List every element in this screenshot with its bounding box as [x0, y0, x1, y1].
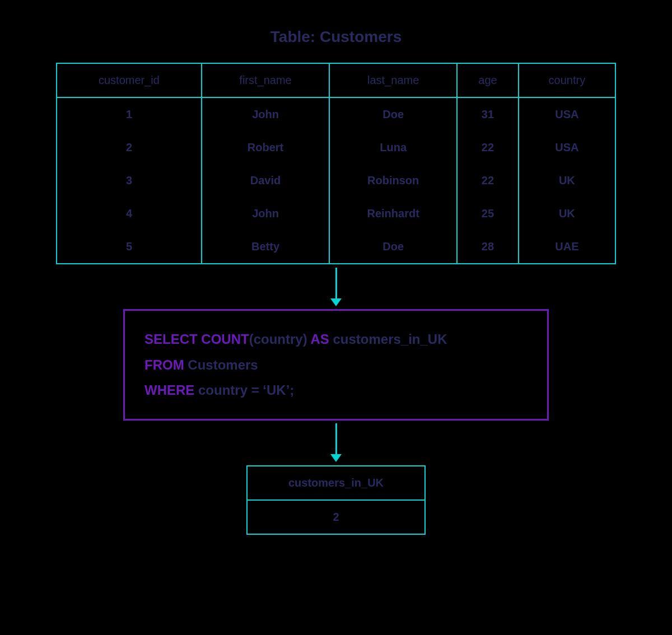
table-row: 1JohnDoe31USA [57, 97, 615, 131]
table-cell: Doe [329, 97, 457, 131]
table-cell: John [202, 97, 329, 131]
table-body: 1JohnDoe31USA2RobertLuna22USA3DavidRobin… [57, 97, 615, 264]
table-cell: 4 [57, 197, 202, 230]
table-cell: 28 [457, 230, 519, 264]
sql-line-1: SELECT COUNT(country) AS customers_in_UK [144, 326, 528, 352]
table-cell: David [202, 164, 329, 197]
arrow-down-icon [330, 264, 342, 309]
table-cell: UK [519, 197, 615, 230]
sql-text: customers_in_UK [329, 331, 447, 347]
table-cell: Robinson [329, 164, 457, 197]
table-row: 2RobertLuna22USA [57, 131, 615, 164]
sql-query-box: SELECT COUNT(country) AS customers_in_UK… [123, 309, 549, 421]
sql-text: Customers [184, 357, 258, 372]
table-row: 3DavidRobinson22UK [57, 164, 615, 197]
table-cell: Betty [202, 230, 329, 264]
arrow-down-icon [330, 421, 342, 465]
sql-text: country = ‘UK’; [194, 382, 294, 398]
sql-keyword: FROM [144, 357, 184, 372]
result-value: 2 [247, 500, 425, 534]
diagram-title: Table: Customers [270, 28, 402, 46]
table-cell: 22 [457, 164, 519, 197]
table-header-cell: country [519, 63, 615, 97]
table-cell: 25 [457, 197, 519, 230]
table-cell: 22 [457, 131, 519, 164]
table-row: 4JohnReinhardt25UK [57, 197, 615, 230]
table-cell: UAE [519, 230, 615, 264]
table-header-cell: first_name [202, 63, 329, 97]
sql-line-3: WHERE country = ‘UK’; [144, 377, 528, 403]
table-cell: UK [519, 164, 615, 197]
table-cell: 5 [57, 230, 202, 264]
result-table: customers_in_UK 2 [246, 465, 426, 535]
table-cell: 2 [57, 131, 202, 164]
table-header-cell: age [457, 63, 519, 97]
table-cell: USA [519, 131, 615, 164]
result-header: customers_in_UK [247, 466, 425, 500]
table-header-cell: customer_id [57, 63, 202, 97]
sql-line-2: FROM Customers [144, 352, 528, 378]
table-cell: Luna [329, 131, 457, 164]
sql-keyword: AS [310, 331, 329, 347]
table-cell: John [202, 197, 329, 230]
sql-keyword: SELECT COUNT [144, 331, 249, 347]
table-row: 5BettyDoe28UAE [57, 230, 615, 264]
table-cell: Robert [202, 131, 329, 164]
table-header-row: customer_idfirst_namelast_nameagecountry [57, 63, 615, 97]
table-cell: 1 [57, 97, 202, 131]
table-cell: 31 [457, 97, 519, 131]
sql-text: (country) [249, 331, 311, 347]
table-cell: Reinhardt [329, 197, 457, 230]
table-header-cell: last_name [329, 63, 457, 97]
sql-keyword: WHERE [144, 382, 194, 398]
table-cell: 3 [57, 164, 202, 197]
table-cell: USA [519, 97, 615, 131]
table-cell: Doe [329, 230, 457, 264]
customers-table: customer_idfirst_namelast_nameagecountry… [56, 63, 616, 264]
